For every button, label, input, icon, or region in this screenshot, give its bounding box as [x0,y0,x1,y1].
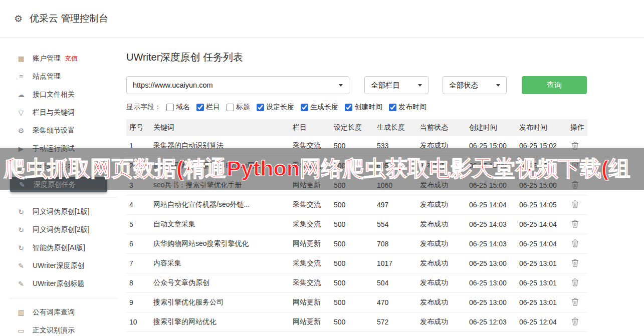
table-row: 10搜索引擎的网站优化网站更新500572发布成功06-25 12:0306-2… [126,312,587,331]
operation-cell [567,273,587,292]
checkbox-label: 发布时间 [398,103,426,112]
set-length-cell: 500 [331,292,374,312]
sidebar-item[interactable]: ↻智能伪原创[AI版] [0,239,126,257]
sidebar-item[interactable]: ↻同义词伪原创[1版] [0,203,126,221]
checkbox-input[interactable] [196,104,204,111]
operation-cell [567,312,587,331]
chevron-down-icon [418,84,422,87]
sidebar-item[interactable]: ≡站点管理 [0,68,126,86]
field-checkbox[interactable]: 标题 [227,103,250,112]
keyword-cell: 自动文章采集 [150,214,290,234]
column-header: 序号 [126,119,150,136]
field-checkbox[interactable]: 设定长度 [257,103,294,112]
operation-cell [567,253,587,273]
column-header: 设定长度 [331,119,374,136]
delete-button[interactable] [570,238,580,248]
delete-button[interactable] [570,219,580,229]
status-select-value: 全部状态 [449,81,478,90]
checkbox-input[interactable] [345,104,352,111]
sidebar-item[interactable]: ✎UWriter原创标题 [0,275,126,293]
sidebar-item-label: 公有词库查询 [33,308,75,317]
created-time-cell: 06-25 13:00 [466,292,516,312]
sidebar-item[interactable]: ☁接口文件相关 [0,86,126,104]
checkbox-input[interactable] [257,104,264,111]
created-time-cell: 06-25 14:03 [466,214,516,234]
checkbox-input[interactable] [227,104,234,111]
sidebar-item[interactable]: ▭正文识别演示 [0,321,126,336]
cloud-upload-icon: ☁ [16,91,26,99]
keyword-cell: 网站自动化宣传机器/seo外链... [150,195,290,214]
keyword-cell: 庆华购物网站seo搜索引擎优化 [150,234,290,253]
sidebar-item[interactable]: ▽栏目与关键词 [0,104,126,122]
column-cell: 网站更新 [290,234,331,253]
gen-length-cell: 470 [374,292,417,312]
trash-icon [571,259,579,267]
checkbox-input[interactable] [389,104,396,111]
status-cell: 发布成功 [417,312,466,331]
published-time-cell: 06-25 14:05 [516,195,567,214]
published-time-cell: 06-25 12:04 [516,312,567,331]
query-button[interactable]: 查询 [522,76,587,94]
field-checkbox[interactable]: 创建时间 [345,103,382,112]
checkbox-label: 创建时间 [354,103,382,112]
column-cell: 采集交流 [290,214,331,234]
operation-cell [567,292,587,312]
row-index: 5 [126,214,150,234]
table-row: 9搜索引擎优化服务公司网站更新500470发布成功06-25 13:0006-2… [126,292,587,312]
field-checkbox[interactable]: 栏目 [196,103,220,112]
sidebar-divider [9,298,117,298]
column-cell: 采集交流 [290,273,331,292]
row-index: 6 [126,234,150,253]
recharge-badge[interactable]: 充值 [65,54,78,63]
published-time-cell: 06-25 14:04 [516,234,567,253]
status-select[interactable]: 全部状态 [443,76,507,94]
sidebar-item-label: 智能伪原创[AI版] [33,243,85,252]
column-cell: 采集交流 [290,253,331,273]
delete-button[interactable] [570,258,580,268]
column-cell: 采集交流 [290,195,331,214]
operation-cell [567,195,587,214]
sidebar-item[interactable]: ✎UWriter深度原创 [0,257,126,275]
sidebar-item[interactable]: ↻同义词伪原创[2版] [0,221,126,239]
column-select-value: 全部栏目 [371,81,400,90]
gen-length-cell: 1017 [374,253,417,273]
sidebar-item[interactable]: ▦账户管理充值 [0,50,126,68]
field-checkbox[interactable]: 域名 [166,103,190,112]
row-index: 7 [126,253,150,273]
gen-length-cell: 554 [374,214,417,234]
table-row: 7内容采集采集交流5001017发布成功06-25 13:0006-25 13:… [126,253,587,273]
gen-length-cell: 497 [374,195,417,214]
column-header: 当前状态 [417,119,466,136]
sidebar-item-label: 正文识别演示 [33,326,75,335]
sidebar-item[interactable]: ▥公有词库查询 [0,303,126,321]
column-header: 操作 [567,119,587,136]
status-cell: 发布成功 [417,234,466,253]
app-title: 优采云 管理控制台 [30,12,108,25]
delete-button[interactable] [570,297,580,307]
checkbox-label: 生成长度 [310,103,338,112]
delete-button[interactable] [570,199,580,209]
book-icon: ▥ [16,308,26,316]
checkbox-input[interactable] [301,104,308,111]
set-length-cell: 500 [331,214,374,234]
bar-chart-icon: ▦ [16,55,26,63]
checkbox-label: 设定长度 [266,103,294,112]
keyword-cell: 公众号文章伪原创 [150,273,290,292]
row-index: 10 [126,312,150,331]
delete-button[interactable] [570,316,580,326]
site-select[interactable]: https://www.ucaiyun.com [126,76,349,94]
column-header: 发布时间 [516,119,567,136]
field-checkbox[interactable]: 发布时间 [389,103,426,112]
column-cell: 网站更新 [290,292,331,312]
checkbox-input[interactable] [166,104,174,111]
sidebar-item-label: 采集细节设置 [33,126,75,135]
column-header: 关键词 [150,119,290,136]
created-time-cell: 06-25 14:03 [466,234,516,253]
published-time-cell: 06-25 13:01 [516,292,567,312]
field-checkbox[interactable]: 生成长度 [301,103,338,112]
delete-button[interactable] [570,277,580,287]
status-cell: 发布成功 [417,214,466,234]
sidebar-item[interactable]: ⚙采集细节设置 [0,122,126,140]
table-row: 6庆华购物网站seo搜索引擎优化网站更新500708发布成功06-25 14:0… [126,234,587,253]
column-select[interactable]: 全部栏目 [364,76,428,94]
